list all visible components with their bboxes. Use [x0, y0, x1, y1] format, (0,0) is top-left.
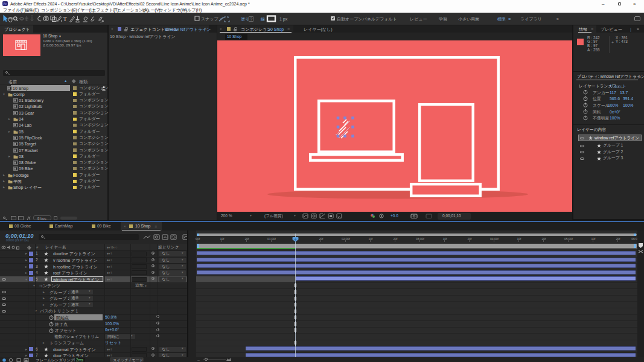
- svg-text:?: ?: [250, 17, 252, 21]
- svg-text:T: T: [63, 16, 68, 22]
